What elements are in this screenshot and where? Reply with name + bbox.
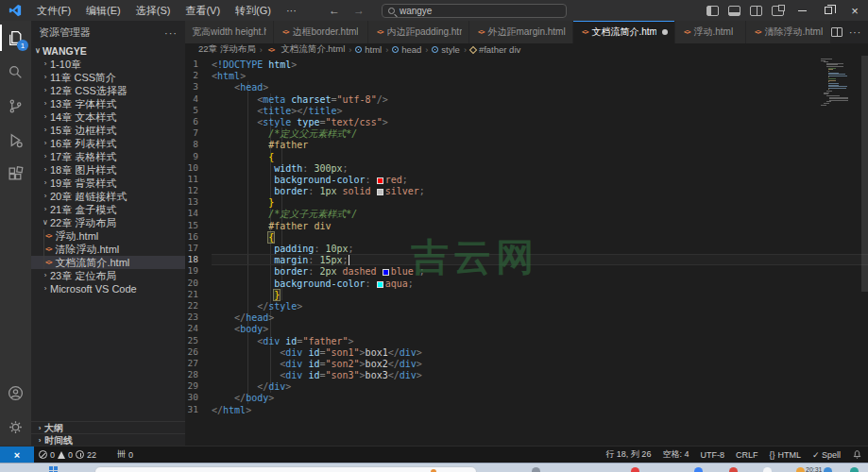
- menu-item[interactable]: 选择(S): [128, 0, 179, 21]
- code-line[interactable]: 8 #father: [185, 139, 868, 150]
- tab[interactable]: <>外边距margin.html: [469, 21, 573, 43]
- code-line[interactable]: 26 <div id="son1">box1</div>: [185, 346, 868, 358]
- toggle-secondary-sidebar-icon[interactable]: [750, 6, 762, 16]
- split-editor-icon[interactable]: [831, 27, 842, 37]
- breadcrumb-item[interactable]: style: [432, 44, 460, 55]
- code-line[interactable]: 4 <meta charset="utf-8"/>: [185, 93, 868, 105]
- customize-layout-icon[interactable]: [772, 6, 784, 16]
- encoding[interactable]: UTF-8: [694, 447, 730, 464]
- tree-item[interactable]: ›Microsoft VS Code: [31, 282, 185, 295]
- breadcrumb-item[interactable]: #father div: [470, 44, 520, 55]
- code-line[interactable]: 10 width: 300px;: [185, 162, 868, 174]
- cursor-position[interactable]: 行 18, 列 26: [600, 447, 656, 464]
- ports-status[interactable]: 卌 0: [112, 447, 138, 464]
- tree-item[interactable]: ›19章 背景样式: [31, 177, 185, 190]
- code-line[interactable]: 2<html>: [185, 70, 868, 81]
- code-line[interactable]: 1<!DOCTYPE html>: [185, 59, 868, 70]
- tree-item[interactable]: <>清除浮动.html: [31, 243, 185, 256]
- tree-item[interactable]: ›13章 字体样式: [31, 97, 185, 110]
- taskbar-app-icon[interactable]: [631, 467, 639, 472]
- command-center-search[interactable]: wangye: [382, 4, 567, 18]
- code-line[interactable]: 29 </div>: [185, 380, 868, 392]
- menu-item[interactable]: 文件(F): [29, 0, 78, 21]
- sidebar-panel-outline[interactable]: ›大纲: [31, 421, 185, 433]
- taskbar-app-icon[interactable]: [729, 467, 738, 472]
- code-line[interactable]: 27 <div id="son2">box2</div>: [185, 358, 868, 369]
- code-line[interactable]: 9 {: [185, 151, 868, 162]
- code-line[interactable]: 12 border: 1px solid silver;: [185, 185, 868, 196]
- menu-item[interactable]: 查看(V): [178, 0, 228, 21]
- taskbar-app-icon[interactable]: [694, 467, 703, 472]
- taskbar-app-icon[interactable]: [824, 467, 832, 472]
- remote-indicator[interactable]: ×: [0, 447, 34, 464]
- code-line[interactable]: 31</html>: [185, 404, 868, 415]
- code-line[interactable]: 11 background-color: red;: [185, 174, 868, 185]
- modified-dot-icon[interactable]: [662, 29, 668, 35]
- code-line[interactable]: 19 border: 2px dashed blue ;: [185, 265, 868, 277]
- taskbar-search-box[interactable]: [94, 466, 477, 472]
- close-button[interactable]: ×: [842, 0, 868, 21]
- vscode-logo-icon[interactable]: [9, 4, 22, 17]
- code-line[interactable]: 16 {: [185, 231, 868, 243]
- settings-gear-icon[interactable]: [0, 410, 31, 444]
- code-line[interactable]: 5 <title></title>: [185, 105, 868, 116]
- tree-item[interactable]: ›20章 超链接样式: [31, 190, 185, 203]
- tree-item[interactable]: ›21章 盒子模式: [31, 203, 185, 216]
- sidebar-more-icon[interactable]: ···: [164, 27, 178, 39]
- code-line[interactable]: 7 /*定义父元素样式*/: [185, 127, 868, 139]
- code-line[interactable]: 3 <head>: [185, 81, 868, 93]
- taskbar-app-icon[interactable]: [850, 467, 859, 472]
- tree-item[interactable]: ›14章 文本样式: [31, 110, 185, 124]
- indentation[interactable]: 空格: 4: [656, 447, 694, 464]
- color-swatch-icon[interactable]: [377, 177, 383, 184]
- tab[interactable]: <>清除浮动.html: [746, 21, 831, 43]
- tree-item[interactable]: ∨22章 浮动布局: [31, 216, 185, 229]
- source-control-icon[interactable]: [0, 89, 31, 123]
- code-line[interactable]: 25 <div id="father">: [185, 335, 868, 346]
- code-line[interactable]: 14 /*定义子元素样式*/: [185, 208, 868, 219]
- tree-item[interactable]: ›1-10章: [31, 58, 185, 71]
- toggle-panel-icon[interactable]: [728, 6, 740, 16]
- code-line[interactable]: 6 <style type="text/css">: [185, 116, 868, 127]
- explorer-icon[interactable]: 1: [0, 21, 31, 55]
- tree-item[interactable]: ›12章 CSS选择器: [31, 84, 185, 97]
- notifications-bell-icon[interactable]: [846, 447, 868, 464]
- search-sidebar-icon[interactable]: [0, 55, 31, 89]
- code-line[interactable]: 20 background-color: aqua;: [185, 278, 868, 289]
- minimap[interactable]: [821, 59, 859, 113]
- editor-scrollbar[interactable]: [861, 56, 868, 292]
- tab[interactable]: <>内边距padding.html: [368, 21, 469, 43]
- code-line[interactable]: 17 padding: 10px;: [185, 243, 868, 254]
- taskbar-app-icon[interactable]: [796, 467, 805, 472]
- code-line[interactable]: 18 margin: 15px;: [185, 254, 868, 265]
- color-swatch-icon[interactable]: [377, 281, 383, 288]
- code-line[interactable]: 23 </head>: [185, 312, 868, 323]
- editor-more-icon[interactable]: ···: [849, 27, 861, 38]
- tree-item[interactable]: ›11章 CSS简介: [31, 71, 185, 84]
- tab[interactable]: <>边框border.html: [274, 21, 368, 43]
- tree-item[interactable]: ›15章 边框样式: [31, 124, 185, 137]
- taskbar-app-icon[interactable]: [532, 467, 540, 472]
- run-debug-icon[interactable]: [0, 123, 31, 157]
- code-line[interactable]: 22 </style>: [185, 300, 868, 312]
- tab[interactable]: <>浮动.html: [675, 21, 746, 43]
- account-icon[interactable]: [0, 376, 31, 410]
- spell-checker[interactable]: ✓ Spell: [807, 447, 846, 464]
- tree-item[interactable]: ›16章 列表样式: [31, 137, 185, 150]
- breadcrumb-item[interactable]: <>文档流简介.html: [266, 43, 346, 56]
- color-swatch-icon[interactable]: [383, 269, 389, 276]
- windows-start-icon[interactable]: [49, 466, 58, 472]
- color-swatch-icon[interactable]: [377, 189, 383, 195]
- tree-item[interactable]: ›23章 定位布局: [31, 269, 185, 282]
- breadcrumb-item[interactable]: html: [355, 44, 382, 55]
- tree-root[interactable]: ∨WANGYE: [31, 44, 185, 58]
- code-line[interactable]: 13 }: [185, 196, 868, 208]
- code-line[interactable]: 28 <div id="son3">box3</div>: [185, 369, 868, 380]
- language-mode[interactable]: {} HTML: [763, 447, 807, 464]
- taskbar-app-icon[interactable]: [763, 467, 772, 472]
- toggle-sidebar-icon[interactable]: [706, 6, 719, 16]
- tab[interactable]: <>文档流简介.html: [573, 21, 675, 43]
- tree-item[interactable]: ›18章 图片样式: [31, 163, 185, 177]
- code-line[interactable]: 21 }: [185, 289, 868, 300]
- tree-item[interactable]: ›17章 表格样式: [31, 150, 185, 163]
